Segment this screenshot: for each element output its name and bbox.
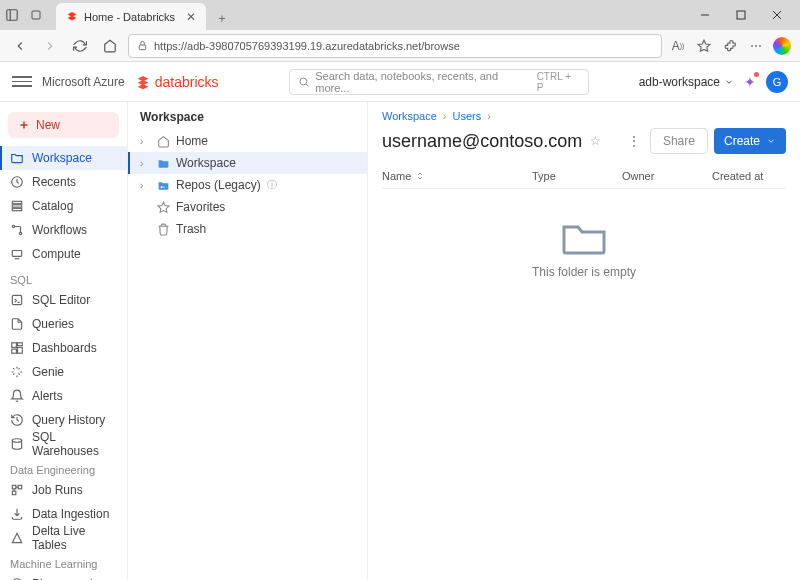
nav-delta-live-tables[interactable]: Delta Live Tables <box>0 526 127 550</box>
svg-rect-7 <box>139 45 145 50</box>
nav-recents[interactable]: Recents <box>0 170 127 194</box>
nav-job-runs[interactable]: Job Runs <box>0 478 127 502</box>
svg-marker-38 <box>158 202 169 212</box>
more-icon[interactable]: ⋯ <box>746 36 766 56</box>
nav-query-history[interactable]: Query History <box>0 408 127 432</box>
col-owner[interactable]: Owner <box>622 170 712 182</box>
sort-icon <box>415 171 425 181</box>
nav-workspace[interactable]: Workspace <box>0 146 127 170</box>
ingestion-icon <box>10 507 24 521</box>
history-icon <box>10 413 24 427</box>
maximize-button[interactable] <box>724 2 758 28</box>
folder-blue-icon <box>156 157 170 170</box>
plus-icon <box>18 119 30 131</box>
chevron-right-icon[interactable]: › <box>140 136 150 147</box>
share-button[interactable]: Share <box>650 128 708 154</box>
chevron-right-icon[interactable]: › <box>140 180 150 191</box>
sql-editor-icon <box>10 293 24 307</box>
minimize-button[interactable] <box>688 2 722 28</box>
tree-home[interactable]: ›Home <box>128 130 367 152</box>
home-button[interactable] <box>98 34 122 58</box>
address-bar[interactable]: https://adb-3980705769393199.19.azuredat… <box>128 34 662 58</box>
copilot-icon[interactable] <box>772 36 792 56</box>
sidebar: New WorkspaceRecentsCatalogWorkflowsComp… <box>0 102 128 580</box>
nav-data-ingestion[interactable]: Data Ingestion <box>0 502 127 526</box>
page-title: username@contoso.com <box>382 131 582 152</box>
refresh-button[interactable] <box>68 34 92 58</box>
svg-rect-2 <box>32 11 40 19</box>
svg-rect-0 <box>7 10 18 21</box>
new-button[interactable]: New <box>8 112 119 138</box>
nav-alerts[interactable]: Alerts <box>0 384 127 408</box>
close-window-button[interactable] <box>760 2 794 28</box>
tree-title: Workspace <box>128 108 367 130</box>
svg-rect-16 <box>12 208 21 210</box>
nav-genie[interactable]: Genie <box>0 360 127 384</box>
workspace-picker[interactable]: adb-workspace <box>639 75 734 89</box>
section-sql: SQL <box>0 266 127 288</box>
breadcrumb: Workspace › Users › <box>382 108 786 128</box>
close-tab-icon[interactable]: ✕ <box>186 10 196 24</box>
svg-point-26 <box>12 439 21 443</box>
menu-icon[interactable] <box>12 72 32 92</box>
search-icon <box>298 76 310 88</box>
repos-icon <box>156 179 170 192</box>
databricks-logo[interactable]: databricks <box>135 74 219 90</box>
read-aloud-icon[interactable]: A)) <box>668 36 688 56</box>
nav-queries[interactable]: Queries <box>0 312 127 336</box>
lock-icon <box>137 40 148 51</box>
info-icon: ⓘ <box>267 178 277 192</box>
svg-rect-19 <box>12 251 21 257</box>
sidebar-toggle-icon[interactable] <box>0 3 24 27</box>
trash-icon <box>156 223 170 236</box>
global-search[interactable]: Search data, notebooks, recents, and mor… <box>289 69 589 95</box>
section-de: Data Engineering <box>0 456 127 478</box>
svg-marker-8 <box>698 40 710 51</box>
breadcrumb-link[interactable]: Workspace <box>382 110 437 122</box>
nav-compute[interactable]: Compute <box>0 242 127 266</box>
catalog-icon <box>10 199 24 213</box>
queries-icon <box>10 317 24 331</box>
svg-rect-21 <box>12 295 21 304</box>
nav-sql-editor[interactable]: SQL Editor <box>0 288 127 312</box>
svg-rect-4 <box>737 11 745 19</box>
tree-favorites[interactable]: Favorites <box>128 196 367 218</box>
col-type[interactable]: Type <box>532 170 622 182</box>
more-actions-icon[interactable]: ⋮ <box>624 130 644 152</box>
col-name[interactable]: Name <box>382 170 532 182</box>
assistant-icon[interactable]: ✦ <box>744 74 756 90</box>
create-button[interactable]: Create <box>714 128 786 154</box>
svg-rect-29 <box>12 491 16 495</box>
nav-playground[interactable]: Playground <box>0 572 127 580</box>
extensions-icon[interactable] <box>720 36 740 56</box>
avatar[interactable]: G <box>766 71 788 93</box>
back-button[interactable] <box>8 34 32 58</box>
tree-trash[interactable]: Trash <box>128 218 367 240</box>
favorite-star-icon[interactable]: ☆ <box>590 134 601 148</box>
warehouse-icon <box>10 437 24 451</box>
azure-label: Microsoft Azure <box>42 75 125 89</box>
favorite-icon[interactable] <box>694 36 714 56</box>
alerts-icon <box>10 389 24 403</box>
col-created[interactable]: Created at <box>712 170 786 182</box>
chevron-right-icon[interactable]: › <box>140 158 150 169</box>
delta-icon <box>10 531 24 545</box>
new-tab-button[interactable]: ＋ <box>210 6 234 30</box>
workflows-icon <box>10 223 24 237</box>
svg-rect-23 <box>18 343 23 346</box>
forward-button[interactable] <box>38 34 62 58</box>
workspace-tree: Workspace ›Home›Workspace›Repos (Legacy)… <box>128 102 368 580</box>
nav-dashboards[interactable]: Dashboards <box>0 336 127 360</box>
tab-actions-icon[interactable] <box>24 3 48 27</box>
browser-tab[interactable]: Home - Databricks ✕ <box>56 3 206 30</box>
nav-catalog[interactable]: Catalog <box>0 194 127 218</box>
compute-icon <box>10 247 24 261</box>
clock-icon <box>10 175 24 189</box>
breadcrumb-link[interactable]: Users <box>453 110 482 122</box>
nav-sql-warehouses[interactable]: SQL Warehouses <box>0 432 127 456</box>
nav-workflows[interactable]: Workflows <box>0 218 127 242</box>
tree-repos-legacy-[interactable]: ›Repos (Legacy) ⓘ <box>128 174 367 196</box>
tree-workspace[interactable]: ›Workspace <box>128 152 367 174</box>
tab-title: Home - Databricks <box>84 11 175 23</box>
svg-point-9 <box>299 78 306 85</box>
